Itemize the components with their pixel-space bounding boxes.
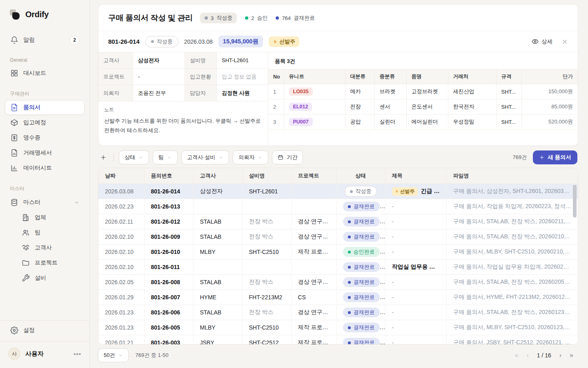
cell-filename: 구매 품의서, 작업용 차압계, 20260223, 정석철.xlsx [446, 199, 578, 214]
info-label: 설비명 [185, 52, 217, 69]
table-scrollbar-thumb[interactable] [573, 185, 577, 218]
new-requisition-button[interactable]: 새 품의서 [533, 150, 577, 164]
sidebar-item-label: 입고예정 [23, 119, 46, 126]
next-page-button[interactable]: › [559, 352, 561, 359]
sidebar-item-equipment[interactable]: 설비 [5, 271, 85, 285]
cell-date: 2026.02.10 [98, 229, 144, 245]
item-no: 2 [268, 99, 284, 114]
detail-button[interactable]: 상세 [532, 38, 552, 45]
receipt-icon [10, 134, 18, 142]
cell-doc-number: 801-26-009 [144, 229, 193, 245]
table-row[interactable]: 2026.01.29801-26-007HYMEFHT-2213M2CS결재완료… [98, 290, 578, 305]
items-row[interactable]: 3PU007공압실린더에어실린더우성정밀SHT...520,000원 [268, 114, 578, 130]
sidebar-item-settings[interactable]: 설정 [5, 323, 85, 338]
requisition-table: 날짜품의번호고객사설비명프로젝트상태제목파일명 2026.03.08801-26… [98, 168, 578, 345]
filter-requester[interactable]: 의뢰자 [233, 150, 268, 164]
status-dot [348, 220, 351, 223]
user-row[interactable]: 사 사용자 ••• [0, 341, 89, 368]
page-size-select[interactable]: 50건 [98, 348, 129, 362]
status-label: 결재완료 [354, 233, 375, 240]
cell-doc-number: 801-26-011 [144, 260, 193, 275]
cell-project: 경상 연구 개발 [291, 275, 336, 290]
cell-equipment: 전장 박스 [242, 229, 291, 245]
sidebar-item-receipts[interactable]: 영수증 [5, 130, 85, 145]
table-row[interactable]: 2026.02.05801-26-008STALAB전장 박스경상 연구 개발결… [98, 275, 578, 290]
sidebar-item-customers[interactable]: 고객사 [5, 240, 85, 255]
status-dot [348, 205, 351, 208]
stat-작성중: 3작성중 [200, 13, 237, 23]
cell-title: - [385, 305, 446, 320]
sidebar-item-teams[interactable]: 팀 [5, 225, 85, 240]
last-page-button[interactable]: » [570, 352, 573, 359]
items-row[interactable]: 1LO035메카브라켓고정브라켓세진산업SHT...150,000원 [268, 84, 578, 99]
chevron-down-icon [118, 353, 123, 358]
cell-title: - [385, 335, 446, 345]
chevron-down-icon [258, 155, 263, 160]
table-row[interactable]: 2026.01.21801-26-003JSBYSHT-C2512제작 프로젝트… [98, 335, 578, 345]
item-unit: EL012 [284, 99, 345, 114]
table-row[interactable]: 2026.02.10801-26-011결재완료작업실 업무용 차압계구매 품의… [98, 260, 578, 275]
items-row[interactable]: 2EL012전장센서온도센서한국전자SHT...85,000원 [268, 99, 578, 114]
filter-label: 의뢰자 [238, 154, 254, 161]
info-label: 고객사 [98, 52, 133, 69]
add-filter-button[interactable] [98, 152, 109, 163]
item-name: 고정브라켓 [406, 84, 448, 99]
item-unit: LO035 [284, 84, 345, 99]
sidebar-item-datasheets[interactable]: 데이터시트 [5, 161, 85, 175]
stat-dot-icon [245, 16, 248, 20]
table-row[interactable]: 2026.03.08801-26-014삼성전자SHT-L2601작성중선발주긴… [98, 184, 578, 199]
cell-customer [193, 199, 242, 214]
preorder-badge: 선발주 [269, 36, 299, 47]
status-dot [348, 296, 351, 299]
cell-project: CS [291, 290, 336, 305]
status-badge: 결재완료 [343, 217, 380, 227]
filter-status[interactable]: 상태 [119, 150, 149, 164]
cell-filename: 구매 품의서, STALAB, 전장 박스, 20260211, 이환희.xls… [446, 214, 578, 229]
table-row[interactable]: 2026.02.10801-26-009STALAB전장 박스경상 연구 개발결… [98, 229, 578, 245]
table-row[interactable]: 2026.01.23801-26-006STALAB전장 박스경상 연구 개발결… [98, 305, 578, 320]
first-page-button[interactable]: « [515, 352, 519, 359]
chevron-down-icon [167, 155, 172, 160]
sidebar-item-label: 거래명세서 [23, 149, 52, 157]
cell-doc-number: 801-26-013 [144, 199, 193, 214]
sidebar-item-dashboard[interactable]: 대시보드 [5, 66, 85, 81]
status-dot [348, 311, 351, 314]
cell-customer [193, 260, 242, 275]
col-header-5: 상태 [336, 168, 385, 184]
sidebar-item-statements[interactable]: 거래명세서 [5, 146, 85, 160]
cell-doc-number: 801-26-006 [144, 305, 193, 320]
sidebar-item-projects[interactable]: 프로젝트 [5, 256, 85, 270]
item-no: 1 [268, 84, 284, 99]
stat-count: 764 [282, 15, 291, 21]
cell-doc-number: 801-26-005 [144, 320, 193, 335]
folder-icon [22, 259, 30, 267]
cell-doc-number: 801-26-010 [144, 245, 193, 260]
sidebar-item-requisitions[interactable]: 품의서 [5, 100, 85, 115]
sidebar-item-notifications[interactable]: 알림2 [5, 33, 85, 47]
sidebar-item-master[interactable]: 마스터 [5, 195, 85, 210]
status-badge: 작성중 [345, 186, 377, 197]
item-price: 85,000원 [521, 99, 578, 114]
table-row[interactable]: 2026.02.11801-26-012STALAB전장 박스경상 연구 개발결… [98, 214, 578, 229]
nav-section-title: 구매관리 [10, 90, 80, 97]
close-button[interactable] [561, 38, 568, 45]
item-category: 공압 [345, 114, 374, 130]
status-label: 작성중 [356, 188, 372, 195]
cell-customer: MLBY [193, 320, 242, 335]
prev-page-button[interactable]: ‹ [526, 352, 528, 359]
filter-period[interactable]: 기간 [272, 150, 303, 164]
sidebar-item-vendors[interactable]: 업체 [5, 210, 85, 225]
sidebar-item-incoming[interactable]: 입고예정 [5, 115, 85, 130]
cell-equipment: 전장 박스 [242, 305, 291, 320]
table-row[interactable]: 2026.02.10801-26-010MLBYSHT-C2510제작 프로젝트… [98, 245, 578, 260]
pagination: « ‹ 1 / 16 › » [515, 352, 579, 359]
filter-team[interactable]: 팀 [153, 150, 178, 164]
table-row[interactable]: 2026.02.23801-26-013결재완료-구매 품의서, 작업용 차압계… [98, 199, 578, 214]
status-dot [348, 251, 351, 254]
filter-customer-equipment[interactable]: 고객사·설비 [181, 150, 229, 164]
items-col-header: 중분류 [374, 70, 406, 84]
user-menu-button[interactable]: ••• [74, 350, 81, 357]
item-no: 3 [268, 114, 284, 130]
cell-customer: MLBY [193, 245, 242, 260]
table-row[interactable]: 2026.01.23801-26-005MLBYSHT-C2510제작 프로젝트… [98, 320, 578, 335]
